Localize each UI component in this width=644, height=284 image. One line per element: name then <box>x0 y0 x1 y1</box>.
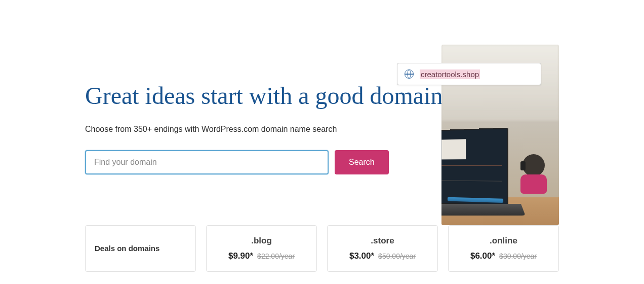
deal-price: $6.00* <box>470 251 495 261</box>
addressbar-domain: creatortools.shop <box>420 69 480 79</box>
deals-title-card: Deals on domains <box>85 225 196 272</box>
deal-price: $9.90* <box>228 251 253 261</box>
globe-icon <box>405 69 414 79</box>
deal-old-price: $50.00/year <box>378 252 416 260</box>
domain-search-input[interactable] <box>85 150 329 174</box>
deal-extension: .online <box>490 236 517 246</box>
deal-extension: .store <box>371 236 394 246</box>
addressbar-preview: creatortools.shop <box>397 63 541 85</box>
search-button[interactable]: Search <box>335 150 389 174</box>
deal-card-online[interactable]: .online $6.00* $30.00/year <box>448 225 559 272</box>
deal-card-blog[interactable]: .blog $9.90* $22.00/year <box>206 225 317 272</box>
deal-card-store[interactable]: .store $3.00* $50.00/year <box>327 225 438 272</box>
deals-title: Deals on domains <box>95 243 186 254</box>
deal-price: $3.00* <box>349 251 374 261</box>
deal-old-price: $22.00/year <box>257 252 295 260</box>
deal-extension: .blog <box>251 236 272 246</box>
deal-old-price: $30.00/year <box>499 252 537 260</box>
deals-row: Deals on domains .blog $9.90* $22.00/yea… <box>85 225 559 272</box>
